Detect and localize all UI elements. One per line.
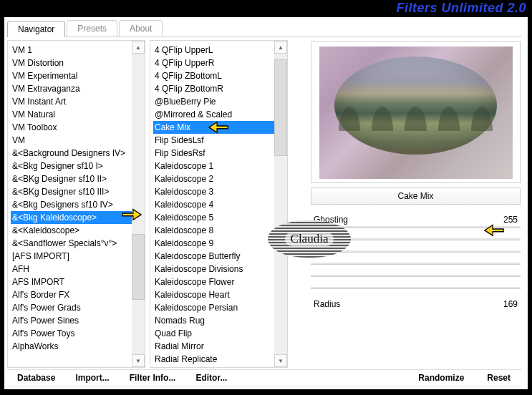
category-item[interactable]: VM Natural bbox=[12, 108, 132, 121]
filter-scrollbar[interactable]: ▲ ▼ bbox=[274, 41, 287, 367]
param-radius-value: 169 bbox=[503, 299, 518, 309]
toolbar-import[interactable]: Import... bbox=[75, 373, 109, 383]
filter-item[interactable]: Radial Replicate bbox=[155, 353, 274, 366]
main-frame: Navigator Presets About VM 1VM Distortio… bbox=[3, 16, 529, 391]
toolbar-filterinfo[interactable]: Filter Info... bbox=[130, 373, 176, 383]
tab-navigator[interactable]: Navigator bbox=[7, 21, 65, 37]
param-slot-slider[interactable] bbox=[311, 238, 521, 240]
category-list: VM 1VM DistortionVM ExperimentalVM Extra… bbox=[7, 40, 145, 368]
filter-item[interactable]: Cake Mix bbox=[153, 121, 274, 134]
scroll-thumb[interactable] bbox=[132, 234, 145, 300]
category-item[interactable]: &<Bkg Designers sf10 IV> bbox=[12, 198, 132, 211]
category-item[interactable]: VM Extravaganza bbox=[12, 82, 132, 95]
filter-item[interactable]: Kaleidoscope 1 bbox=[155, 160, 274, 172]
filter-item[interactable]: Radial Mirror bbox=[155, 340, 274, 353]
filter-item[interactable]: Kaleidoscope Divisions bbox=[155, 263, 274, 275]
status-db-value: ICNET-Filters bbox=[58, 389, 110, 395]
filter-item[interactable]: @Mirrored & Scaled bbox=[155, 108, 274, 121]
category-item[interactable]: VM Toolbox bbox=[12, 121, 132, 134]
app-title: Filters Unlimited 2.0 bbox=[396, 1, 526, 16]
category-scrollbar[interactable]: ▲ ▼ bbox=[132, 41, 145, 367]
filter-item[interactable]: Kaleidoscope Persian bbox=[155, 301, 274, 314]
category-item[interactable]: &<Kaleidoscope> bbox=[12, 224, 132, 237]
preview-image bbox=[311, 42, 521, 183]
status-db-label: Database: bbox=[14, 389, 54, 395]
scroll-up-icon[interactable]: ▲ bbox=[132, 41, 145, 54]
category-item[interactable]: &<BKg Designer sf10 II> bbox=[12, 172, 132, 185]
param-radius-label: Radius bbox=[314, 299, 340, 309]
filter-item[interactable]: Kaleidoscope 2 bbox=[155, 172, 274, 185]
param-slot-slider[interactable] bbox=[311, 250, 521, 253]
filter-item[interactable]: Kaleidoscope 8 bbox=[155, 224, 274, 237]
param-ghosting-value: 255 bbox=[503, 215, 518, 225]
category-item[interactable]: &<Bkg Designer sf10 I> bbox=[12, 160, 132, 172]
category-item[interactable]: VM Distortion bbox=[12, 57, 132, 69]
param-slot-slider[interactable] bbox=[311, 287, 521, 289]
toolbar: Database Import... Filter Info... Editor… bbox=[7, 369, 522, 386]
category-item[interactable]: Alf's Power Sines bbox=[12, 314, 132, 327]
category-item[interactable]: Alf's Power Grads bbox=[12, 301, 132, 314]
filter-item[interactable]: Kaleidoscope 4 bbox=[155, 198, 274, 211]
category-item[interactable]: AFS IMPORT bbox=[12, 275, 132, 288]
filter-item[interactable]: Kaleidoscope 5 bbox=[155, 211, 274, 224]
param-ghosting-slider[interactable] bbox=[311, 226, 521, 228]
toolbar-randomize[interactable]: Randomize bbox=[418, 373, 464, 383]
category-item[interactable]: VM 1 bbox=[12, 44, 132, 57]
scroll-up-icon[interactable]: ▲ bbox=[274, 41, 287, 54]
scroll-down-icon[interactable]: ▼ bbox=[132, 354, 145, 367]
filter-item[interactable]: Kaleidoscope 9 bbox=[155, 237, 274, 250]
category-item[interactable]: AFH bbox=[12, 263, 132, 275]
filter-item[interactable]: Kaleidoscope Heart bbox=[155, 288, 274, 301]
filter-item[interactable]: Kaleidoscope Flower bbox=[155, 275, 274, 288]
param-slot-slider[interactable] bbox=[311, 275, 521, 277]
scroll-down-icon[interactable]: ▼ bbox=[274, 354, 287, 367]
current-filter-name: Cake Mix bbox=[311, 187, 521, 205]
filter-list: 4 QFlip UpperL4 QFlip UpperR4 QFlip ZBot… bbox=[150, 40, 288, 368]
tab-row: Navigator Presets About bbox=[7, 20, 522, 37]
preview-panel: Claudia Cake Mix Ghosting 255 bbox=[292, 40, 522, 368]
toolbar-reset[interactable]: Reset bbox=[487, 373, 511, 383]
category-item[interactable]: &<Sandflower Specials°v°> bbox=[12, 237, 132, 250]
filter-item[interactable]: Flip SidesRsf bbox=[155, 147, 274, 160]
filter-item[interactable]: 4 QFlip UpperL bbox=[155, 44, 274, 57]
filter-item[interactable]: Kaleidoscope 3 bbox=[155, 185, 274, 198]
category-item[interactable]: &<Bkg Kaleidoscope> bbox=[11, 211, 132, 224]
category-item[interactable]: &<Background Designers IV> bbox=[12, 147, 132, 160]
toolbar-editor[interactable]: Editor... bbox=[195, 373, 227, 383]
param-slot-slider[interactable] bbox=[311, 263, 521, 265]
category-item[interactable]: VM bbox=[12, 134, 132, 147]
category-item[interactable]: VM Experimental bbox=[12, 69, 132, 82]
category-item[interactable]: Alf's Power Toys bbox=[12, 327, 132, 340]
tab-about[interactable]: About bbox=[119, 20, 163, 36]
filter-item[interactable]: 4 QFlip ZBottomL bbox=[155, 69, 274, 82]
filter-item[interactable]: 4 QFlip UpperR bbox=[155, 57, 274, 69]
scroll-thumb[interactable] bbox=[274, 59, 287, 155]
category-item[interactable]: VM Instant Art bbox=[12, 95, 132, 108]
filter-item[interactable]: Flip SidesLsf bbox=[155, 134, 274, 147]
filter-item[interactable]: Nomads Rug bbox=[155, 314, 274, 327]
filter-item[interactable]: @BlueBerry Pie bbox=[155, 95, 274, 108]
filter-item[interactable]: 4 QFlip ZBottomR bbox=[155, 82, 274, 95]
param-ghosting-label: Ghosting bbox=[314, 215, 348, 225]
category-item[interactable]: AlphaWorks bbox=[12, 340, 132, 353]
filter-item[interactable]: Quad Flip bbox=[155, 327, 274, 340]
category-item[interactable]: Alf's Border FX bbox=[12, 288, 132, 301]
category-item[interactable]: &<BKg Designer sf10 III> bbox=[12, 185, 132, 198]
status-area: Database: ICNET-Filters Filters: 4371 bbox=[14, 389, 110, 395]
category-item[interactable]: [AFS IMPORT] bbox=[12, 250, 132, 263]
tab-presets[interactable]: Presets bbox=[67, 20, 117, 36]
toolbar-database[interactable]: Database bbox=[17, 373, 55, 383]
filter-item[interactable]: Kaleidoscope Butterfly bbox=[155, 250, 274, 263]
